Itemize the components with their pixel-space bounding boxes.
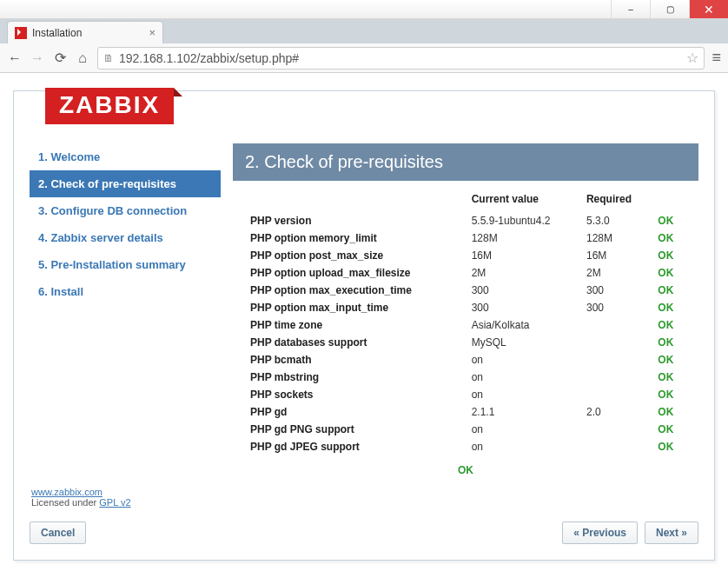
req-status: OK (652, 229, 686, 247)
back-button[interactable]: ← (7, 50, 23, 66)
address-bar[interactable]: 🗎 192.168.1.102/zabbix/setup.php# ☆ (97, 47, 705, 70)
req-required: 5.3.0 (581, 212, 652, 229)
req-name: PHP option upload_max_filesize (245, 264, 467, 282)
panel-body: Current value Required PHP version5.5.9-… (233, 181, 698, 515)
license-link[interactable]: GPL v2 (99, 497, 130, 508)
col-status (652, 189, 686, 212)
table-row: PHP version5.5.9-1ubuntu4.25.3.0OK (245, 212, 686, 229)
table-row: PHP mbstringonOK (245, 369, 686, 386)
license-text: Licensed under (31, 497, 99, 508)
table-row: PHP gd PNG supportonOK (245, 421, 686, 438)
req-name: PHP option memory_limit (245, 229, 467, 247)
req-name: PHP mbstring (245, 369, 467, 386)
wizard-step[interactable]: 6. Install (30, 278, 221, 305)
page-icon: 🗎 (103, 52, 114, 64)
req-required (581, 369, 652, 386)
req-status: OK (652, 351, 686, 369)
wizard-step[interactable]: 2. Check of pre-requisites (30, 170, 221, 197)
req-current: 300 (467, 282, 581, 299)
req-status: OK (652, 421, 686, 438)
next-button[interactable]: Next » (645, 522, 698, 544)
req-current: 300 (467, 299, 581, 316)
req-name: PHP gd (245, 403, 467, 421)
browser-tabstrip: Installation × (0, 19, 728, 43)
bookmark-star-icon[interactable]: ☆ (686, 50, 698, 66)
table-row: PHP gd JPEG supportonOK (245, 438, 686, 455)
req-required: 16M (581, 247, 652, 264)
req-name: PHP option post_max_size (245, 247, 467, 264)
table-row: PHP option memory_limit128M128MOK (245, 229, 686, 247)
site-link[interactable]: www.zabbix.com (31, 487, 103, 497)
summary-status: OK (458, 464, 473, 476)
browser-menu-button[interactable]: ≡ (711, 49, 721, 67)
zabbix-logo: ZABBIX (45, 88, 174, 124)
wizard-step[interactable]: 4. Zabbix server details (30, 224, 221, 251)
wizard-step[interactable]: 5. Pre-Installation summary (30, 251, 221, 278)
forward-button[interactable]: → (30, 50, 45, 66)
col-name (245, 189, 467, 212)
req-name: PHP version (245, 212, 467, 229)
req-required (581, 421, 652, 438)
req-current: 2M (467, 264, 581, 282)
req-status: OK (652, 264, 686, 282)
req-required (581, 316, 652, 334)
req-current: 5.5.9-1ubuntu4.2 (467, 212, 581, 229)
zabbix-favicon (15, 27, 27, 39)
req-name: PHP time zone (245, 316, 467, 334)
window-titlebar: – ▢ ✕ (0, 0, 728, 19)
req-name: PHP gd PNG support (245, 421, 467, 438)
col-required: Required (581, 189, 652, 212)
tab-close-icon[interactable]: × (149, 26, 156, 39)
window-close-button[interactable]: ✕ (689, 0, 728, 18)
req-current: on (467, 386, 581, 403)
req-status: OK (652, 386, 686, 403)
req-status: OK (652, 299, 686, 316)
wizard-step[interactable]: 3. Configure DB connection (30, 197, 221, 224)
table-row: PHP bcmathonOK (245, 351, 686, 369)
req-required (581, 386, 652, 403)
url-text: 192.168.1.102/zabbix/setup.php# (119, 51, 299, 65)
req-current: 2.1.1 (467, 403, 581, 421)
window-minimize-button[interactable]: – (611, 0, 650, 18)
browser-toolbar: ← → ⟳ ⌂ 🗎 192.168.1.102/zabbix/setup.php… (0, 43, 728, 73)
table-row: PHP option post_max_size16M16MOK (245, 247, 686, 264)
wizard-buttons: « Previous Next » (233, 515, 698, 544)
req-required: 2.0 (581, 403, 652, 421)
wizard-step[interactable]: 1. Welcome (30, 143, 221, 170)
requirements-table: Current value Required PHP version5.5.9-… (245, 189, 686, 455)
cancel-button[interactable]: Cancel (30, 522, 86, 544)
table-row: PHP socketsonOK (245, 386, 686, 403)
req-name: PHP sockets (245, 386, 467, 403)
req-required (581, 351, 652, 369)
table-row: PHP option upload_max_filesize2M2MOK (245, 264, 686, 282)
req-required (581, 334, 652, 351)
req-current: on (467, 421, 581, 438)
req-name: PHP databases support (245, 334, 467, 351)
req-required: 2M (581, 264, 652, 282)
req-name: PHP gd JPEG support (245, 438, 467, 455)
requirements-scroll[interactable]: Current value Required PHP version5.5.9-… (233, 181, 698, 515)
req-name: PHP bcmath (245, 351, 467, 369)
reload-button[interactable]: ⟳ (52, 50, 68, 66)
req-current: MySQL (467, 334, 581, 351)
home-button[interactable]: ⌂ (75, 50, 90, 66)
req-current: 128M (467, 229, 581, 247)
table-row: PHP time zoneAsia/KolkataOK (245, 316, 686, 334)
req-status: OK (652, 247, 686, 264)
window-maximize-button[interactable]: ▢ (650, 0, 689, 18)
previous-button[interactable]: « Previous (562, 522, 638, 544)
browser-tab[interactable]: Installation × (7, 21, 163, 43)
req-current: 16M (467, 247, 581, 264)
wizard-sidebar: 1. Welcome2. Check of pre-requisites3. C… (30, 143, 221, 544)
wizard-panel: 2. Check of pre-requisites Current value… (233, 143, 698, 544)
req-required: 300 (581, 282, 652, 299)
req-status: OK (652, 438, 686, 455)
panel-title: 2. Check of pre-requisites (233, 143, 698, 181)
table-row: PHP option max_input_time300300OK (245, 299, 686, 316)
table-row: PHP databases supportMySQLOK (245, 334, 686, 351)
req-current: on (467, 351, 581, 369)
installer-card: ZABBIX 1. Welcome2. Check of pre-requisi… (13, 90, 715, 561)
req-name: PHP option max_input_time (245, 299, 467, 316)
req-status: OK (652, 334, 686, 351)
req-required: 128M (581, 229, 652, 247)
